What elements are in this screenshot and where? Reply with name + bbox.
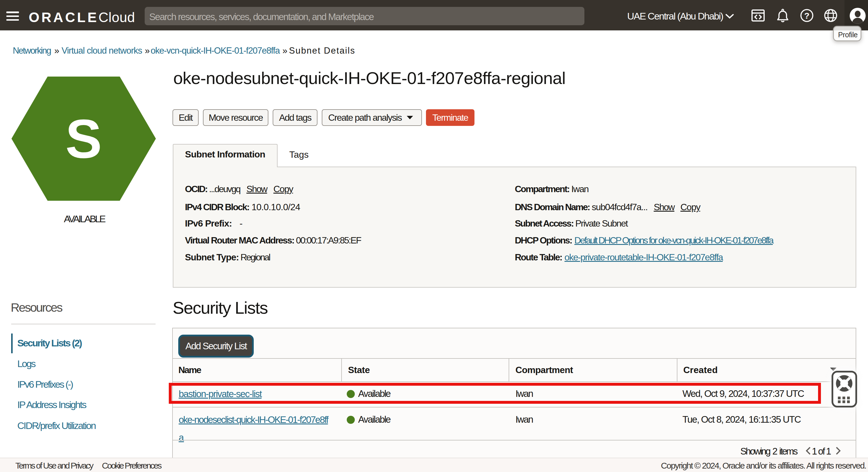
svg-text:?: ? <box>804 11 809 20</box>
svg-text:S: S <box>65 108 102 169</box>
